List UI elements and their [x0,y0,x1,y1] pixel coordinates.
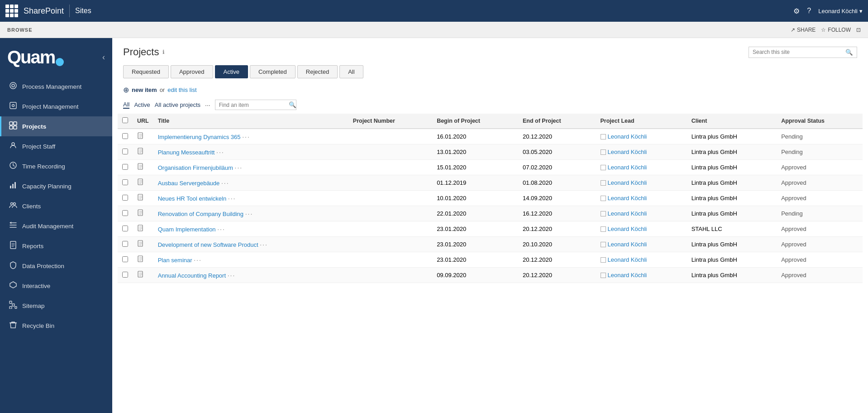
sidebar-item-recycle-bin[interactable]: Recycle Bin [0,316,112,336]
sidebar-item-project-staff[interactable]: Project Staff [0,136,112,156]
row-more-icon[interactable]: ··· [245,210,253,217]
project-title-link[interactable]: Implementierung Dynamics 365 [158,134,241,140]
row-more-icon[interactable]: ··· [228,195,236,202]
project-lead-link[interactable]: Leonard Köchli [608,195,647,202]
capacity-planning-icon [9,181,18,191]
row-more-icon[interactable]: ··· [242,133,250,140]
follow-button[interactable]: ☆ FOLLOW [821,27,851,33]
tab-active[interactable]: Active [215,65,248,78]
col-client[interactable]: Client [687,114,777,129]
col-title[interactable]: Title [153,114,348,129]
find-item-input[interactable] [219,102,287,108]
row-more-icon[interactable]: ··· [228,272,236,279]
sidebar-item-process-management[interactable]: Process Management [0,77,112,96]
sidebar-toggle-button[interactable]: ‹ [102,53,105,62]
search-input[interactable] [753,49,843,55]
row-more-icon[interactable]: ··· [260,241,268,248]
sites-label[interactable]: Sites [75,7,91,15]
document-icon [137,149,144,156]
sidebar-item-project-management[interactable]: Project Management [0,96,112,116]
grid-menu-button[interactable] [5,5,18,17]
select-all-checkbox[interactable] [122,117,128,123]
row-more-icon[interactable]: ··· [221,179,229,187]
sidebar-item-audit-management[interactable]: Audit Management [0,216,112,236]
collapse-button[interactable]: ⊡ [856,27,861,33]
row-select-checkbox[interactable] [122,210,128,216]
col-lead[interactable]: Project Lead [596,114,687,129]
col-project-number[interactable]: Project Number [348,114,432,129]
edit-list-link[interactable]: edit this list [167,86,196,93]
row-project-number [348,129,432,144]
project-lead-link[interactable]: Leonard Köchli [608,241,647,248]
sidebar-item-data-protection[interactable]: Data Protection [0,256,112,276]
sidebar-item-interactive[interactable]: Interactive [0,276,112,296]
sidebar-item-capacity-planning[interactable]: Capacity Planning [0,176,112,196]
row-more-icon[interactable]: ··· [235,164,243,171]
sidebar-item-clients[interactable]: Clients [0,196,112,216]
tab-all[interactable]: All [339,65,363,78]
project-lead-link[interactable]: Leonard Köchli [608,226,647,232]
share-button[interactable]: ↗ SHARE [791,27,816,33]
find-search-icon[interactable]: 🔍 [289,101,296,108]
project-lead-link[interactable]: Leonard Köchli [608,210,647,217]
project-title-link[interactable]: Neues HR Tool entwickeln [158,195,227,202]
sidebar-item-reports[interactable]: Reports [0,236,112,256]
sidebar-item-sitemap[interactable]: Sitemap [0,296,112,316]
project-title-link[interactable]: Quam Implementation [158,226,216,233]
sidebar-item-time-recording[interactable]: Time Recording [0,156,112,176]
project-title-link[interactable]: Development of new Software Product [158,241,258,248]
project-title-link[interactable]: Plan seminar [158,257,192,264]
row-url-icon [133,160,153,175]
new-item-plus-icon[interactable]: ⊕ [123,86,129,94]
project-lead-link[interactable]: Leonard Köchli [608,272,647,279]
project-lead-link[interactable]: Leonard Köchli [608,256,647,263]
filter-more-icon[interactable]: ··· [205,101,210,109]
project-title-link[interactable]: Planung Messeauftritt [158,149,215,156]
tab-rejected[interactable]: Rejected [297,65,338,78]
row-select-checkbox[interactable] [122,195,128,201]
site-search-bar: 🔍 [749,47,857,58]
project-title-link[interactable]: Annual Accounting Report [158,272,226,279]
svg-point-1 [12,84,14,87]
row-more-icon[interactable]: ··· [216,149,224,156]
project-title-link[interactable]: Renovation of Company Building [158,211,243,217]
row-select-checkbox[interactable] [122,226,128,231]
tab-approved[interactable]: Approved [171,65,213,78]
row-select-checkbox[interactable] [122,272,128,278]
filter-all[interactable]: All [123,101,129,109]
filter-all-active[interactable]: All active projects [155,101,200,108]
search-button[interactable]: 🔍 [845,49,853,56]
project-lead-link[interactable]: Leonard Köchli [608,149,647,155]
table-body: Implementierung Dynamics 365 ··· 16.01.2… [118,129,863,283]
filter-active[interactable]: Active [134,101,150,108]
tab-completed[interactable]: Completed [250,65,296,78]
project-lead-link[interactable]: Leonard Köchli [608,133,647,140]
row-select-checkbox[interactable] [122,241,128,247]
row-select-checkbox[interactable] [122,179,128,185]
share-icon: ↗ [791,27,795,33]
col-begin[interactable]: Begin of Project [432,114,518,129]
row-select-checkbox[interactable] [122,133,128,139]
table-header: URL Title Project Number Begin of Projec… [118,114,863,129]
row-more-icon[interactable]: ··· [217,226,225,233]
sidebar-item-projects[interactable]: Projects [0,116,112,136]
project-title-link[interactable]: Organisation Firmenjubiläum [158,164,233,171]
project-lead-link[interactable]: Leonard Köchli [608,164,647,171]
info-icon[interactable]: ℹ [162,49,165,55]
sidebar-item-label: Audit Management [22,223,73,230]
row-end-date: 01.08.2020 [518,175,596,191]
project-title-link[interactable]: Ausbau Servergebäude [158,180,220,187]
col-end[interactable]: End of Project [518,114,596,129]
help-icon[interactable]: ? [807,7,811,15]
col-status[interactable]: Approval Status [777,114,863,129]
top-navigation: SharePoint Sites ⚙ ? Leonard Köchli ▾ [0,0,868,22]
row-select-checkbox[interactable] [122,164,128,170]
settings-icon[interactable]: ⚙ [793,7,800,15]
user-menu[interactable]: Leonard Köchli ▾ [818,8,863,14]
tab-requested[interactable]: Requested [123,65,169,78]
project-lead-link[interactable]: Leonard Köchli [608,179,647,186]
row-select-checkbox[interactable] [122,149,128,154]
row-select-checkbox[interactable] [122,256,128,262]
row-more-icon[interactable]: ··· [194,256,202,264]
new-item-link[interactable]: new item [132,86,157,93]
